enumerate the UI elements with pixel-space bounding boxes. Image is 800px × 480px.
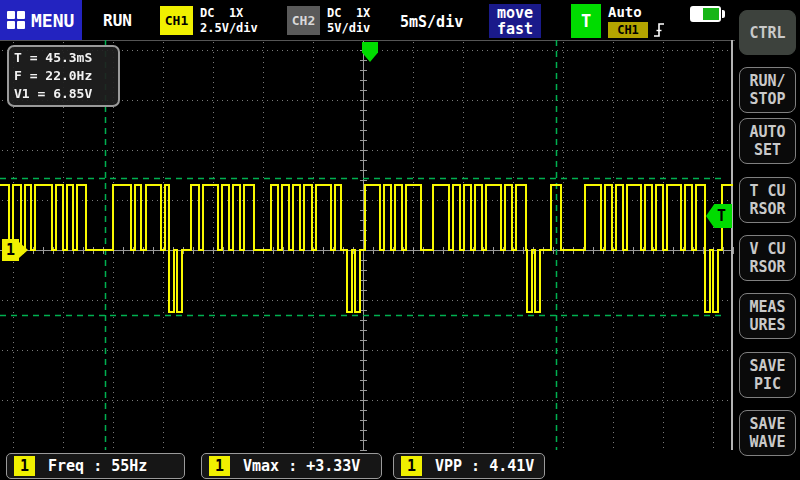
ch2-badge[interactable]: CH2 [287,6,320,35]
freq-value: Freq : 55Hz [48,457,147,475]
channel-badge: 1 [14,456,35,476]
move-fast-button[interactable]: move fast [489,4,541,38]
timebase-setting[interactable]: 5mS/div [400,13,463,31]
btn-label: MEAS [749,298,785,316]
btn-label: SAVE [749,415,785,433]
btn-label: RUN/ [749,72,785,90]
menu-grid-icon [7,11,25,29]
vpp-value: VPP : 4.41V [435,457,534,475]
battery-icon [690,6,721,22]
vmax-value: Vmax : +3.33V [243,457,360,475]
trigger-badge[interactable]: T [571,4,601,38]
scope-display-area[interactable]: T = 45.3mSF = 22.0HzV1 = 6.85V T 1 [0,40,735,452]
ch2-scale: 5V/div [327,21,370,35]
ctrl-button[interactable]: CTRL [739,10,796,55]
ch2-settings[interactable]: DC 1X5V/div [327,6,370,36]
move-fast-line2: fast [489,21,541,37]
ch1-settings[interactable]: DC 1X2.5V/div [200,6,258,36]
vmax-measurement[interactable]: 1 Vmax : +3.33V [201,453,382,479]
battery-nub [722,10,725,18]
ch1-position-marker[interactable]: 1 [2,239,28,261]
menu-button[interactable]: MENU [0,0,82,40]
cursor-voltage: V1 = 6.85V [14,86,92,101]
cursor-freq: F = 22.0Hz [14,68,92,83]
btn-label: SET [754,141,781,159]
cursor-time: T = 45.3mS [14,50,92,65]
ch2-coupling: DC 1X [327,6,370,20]
t-cursor-button[interactable]: T CURSOR [739,177,796,223]
btn-label: T CU [749,182,785,200]
acquisition-status: RUN [103,11,132,30]
trigger-source-badge[interactable]: CH1 [608,22,648,38]
move-fast-line1: move [489,5,541,21]
btn-label: STOP [749,90,785,108]
btn-label: CTRL [749,24,785,42]
oscilloscope-screen: MENU RUN CH1 DC 1X2.5V/div CH2 DC 1X5V/d… [0,0,800,480]
run-stop-button[interactable]: RUN/STOP [739,67,796,113]
ch1-marker-arrow-icon [19,242,28,258]
trigger-mode[interactable]: Auto [608,4,642,20]
btn-label: PIC [754,375,781,393]
btn-label: V CU [749,240,785,258]
menu-label: MENU [31,10,74,31]
freq-measurement[interactable]: 1 Freq : 55Hz [6,453,185,479]
measures-button[interactable]: MEASURES [739,293,796,339]
btn-label: RSOR [749,200,785,218]
battery-fill [703,8,719,20]
save-wave-button[interactable]: SAVEWAVE [739,410,796,456]
btn-label: RSOR [749,258,785,276]
sidebar: CTRL RUN/STOP AUTOSET T CURSOR V CURSOR … [735,0,800,480]
cursor-measurement-overlay: T = 45.3mSF = 22.0HzV1 = 6.85V [7,45,120,107]
btn-label: AUTO [749,123,785,141]
ch1-badge[interactable]: CH1 [160,6,193,35]
ch1-coupling: DC 1X [200,6,243,20]
btn-label: WAVE [749,433,785,451]
save-pic-button[interactable]: SAVEPIC [739,352,796,398]
vpp-measurement[interactable]: 1 VPP : 4.41V [393,453,545,479]
channel-badge: 1 [401,456,422,476]
channel-badge: 1 [209,456,230,476]
measurement-bar: 1 Freq : 55Hz 1 Vmax : +3.33V 1 VPP : 4.… [0,452,735,480]
ch1-scale: 2.5V/div [200,21,258,35]
btn-label: URES [749,316,785,334]
ch1-marker-label: 1 [2,239,19,261]
btn-label: SAVE [749,357,785,375]
top-bar: MENU RUN CH1 DC 1X2.5V/div CH2 DC 1X5V/d… [0,0,800,40]
auto-set-button[interactable]: AUTOSET [739,118,796,164]
v-cursor-button[interactable]: V CURSOR [739,235,796,281]
